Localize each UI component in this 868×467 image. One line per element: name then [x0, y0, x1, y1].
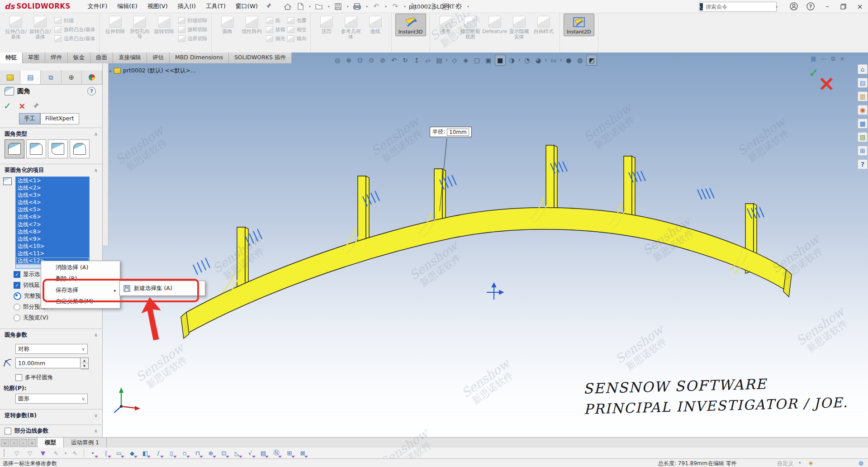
filter-center-marks-icon[interactable]: ⊡: [219, 448, 228, 457]
extrude-cut-button[interactable]: 拉伸切除: [103, 14, 128, 34]
section-items-to-fillet[interactable]: 要圆角化的项目∧: [0, 164, 102, 174]
checkbox-checked-icon[interactable]: ✓: [14, 271, 20, 278]
last-tab-icon[interactable]: »: [28, 439, 36, 447]
filter-funnel-icon[interactable]: ▽: [12, 448, 21, 457]
tab-dimxpert[interactable]: ⊕: [62, 71, 82, 84]
rib-button[interactable]: 筋: [266, 17, 285, 24]
active-filter-icon[interactable]: ▼: [38, 448, 47, 457]
menu-insert[interactable]: 插入(I): [173, 0, 200, 12]
filter-annotations-icon[interactable]: ▤: [259, 448, 268, 457]
tag-icon[interactable]: ◈: [809, 460, 813, 466]
revolve-cut-button[interactable]: 旋转切除: [152, 14, 176, 34]
tab-featuremanager[interactable]: [0, 71, 20, 84]
checkbox-checked-icon[interactable]: ✓: [14, 282, 20, 289]
radio-selected-icon[interactable]: [14, 292, 21, 300]
hole-wizard-button[interactable]: 异型孔向导: [128, 14, 152, 40]
print-caret-icon[interactable]: ▾: [366, 5, 368, 9]
filter-dimensions-icon[interactable]: √: [246, 448, 255, 457]
list-item[interactable]: 边线<6>: [16, 213, 89, 220]
menu-file[interactable]: 文件(F): [83, 0, 112, 12]
linear-pattern-button[interactable]: 线性阵列: [240, 14, 264, 34]
tab-propertymanager[interactable]: ▤: [20, 71, 41, 84]
curves-button[interactable]: 曲线: [363, 14, 388, 34]
radius-callout-value[interactable]: 10mm: [447, 129, 469, 136]
tab-sketch[interactable]: 草图: [23, 52, 45, 63]
menu-item-customize-menu[interactable]: 自定义菜单(M): [41, 296, 120, 307]
wrap-button[interactable]: 包覆: [287, 17, 307, 24]
first-tab-icon[interactable]: «: [1, 439, 9, 447]
list-item[interactable]: 边线<2>: [16, 184, 89, 191]
tab-surfaces[interactable]: 曲面: [90, 52, 113, 63]
panel-help-icon[interactable]: ?: [87, 87, 96, 95]
help-icon[interactable]: ?: [805, 1, 816, 11]
options-list-icon[interactable]: [442, 2, 450, 10]
tab-configurations[interactable]: ⧉: [41, 71, 61, 84]
menu-window[interactable]: 窗口(W): [231, 0, 262, 12]
graphics-viewport[interactable]: ◎ ⊕ ⊡ ⊙ ⊘ ↶ ↻ ↥ ▱ ▤▾ ◇ ◈ ▢ ▣ ■ ◑▾ ◔ ◕▾ ▭…: [0, 52, 868, 437]
expand-icon[interactable]: ∨: [94, 413, 98, 419]
list-item[interactable]: 边线<10>: [16, 243, 89, 250]
tab-mbd-dimensions[interactable]: MBD Dimensions: [170, 52, 229, 63]
keep-visible-pin-icon[interactable]: [33, 102, 39, 110]
filter-blocks-icon[interactable]: ⊠: [298, 448, 307, 457]
status-custom-dropdown[interactable]: 自定义: [777, 460, 793, 467]
toolbar-drag-handle[interactable]: [4, 449, 6, 457]
instant2d-button[interactable]: Instant2D: [564, 14, 594, 36]
ok-button[interactable]: ✓: [4, 100, 11, 111]
filter-axes-icon[interactable]: ∕: [154, 448, 163, 457]
radio-icon[interactable]: [14, 304, 20, 310]
mirror-button[interactable]: 镜向: [287, 35, 307, 42]
new-document-icon[interactable]: [296, 2, 304, 10]
tab-evaluate[interactable]: 评估: [147, 52, 170, 63]
filter-midpoints-icon[interactable]: ⊕: [206, 448, 215, 457]
list-item[interactable]: 边线<4>: [16, 199, 89, 206]
settings-caret-icon[interactable]: ▾: [467, 5, 469, 9]
filter-hatch-icon[interactable]: ⊞: [285, 448, 294, 457]
spinner-down-icon[interactable]: ▼: [81, 363, 88, 369]
multi-radius-option[interactable]: 多半径圆角: [15, 374, 53, 381]
sweep-button[interactable]: 扫描: [54, 17, 95, 24]
cancel-button[interactable]: ×: [19, 101, 26, 111]
globe-icon[interactable]: ◍: [859, 460, 863, 466]
menu-item-clear-selection[interactable]: 消除选择 (A): [41, 262, 120, 273]
save-caret-icon[interactable]: ▾: [347, 5, 349, 9]
menu-item-new-selection-set[interactable]: 新建选择集 (A): [134, 285, 172, 292]
radius-input[interactable]: 10.00mm: [15, 357, 81, 368]
save-icon[interactable]: [334, 2, 342, 10]
checkbox-icon[interactable]: [15, 374, 22, 381]
revolve-boss-button[interactable]: 旋转凸台/基体: [28, 14, 52, 40]
sketch-slider-icon[interactable]: [429, 2, 437, 10]
tangent-propagation-option[interactable]: ✓ 切线延: [14, 281, 40, 289]
select-arrow-icon[interactable]: ⇖: [52, 448, 61, 457]
list-item[interactable]: 边线<5>: [16, 206, 89, 213]
variable-size-fillet-button[interactable]: [26, 139, 46, 158]
collapse-icon[interactable]: ∧: [94, 428, 98, 434]
print-icon[interactable]: [353, 2, 361, 10]
menu-view[interactable]: 视图(V): [143, 0, 172, 12]
show-toolbar-option[interactable]: ✓ 显示选: [14, 271, 40, 278]
custom-caret-icon[interactable]: ▴: [799, 460, 801, 464]
tab-motion-study[interactable]: 运动算例 1: [64, 438, 107, 448]
section-fillet-parameters[interactable]: 圆角参数∧: [0, 329, 102, 339]
list-item[interactable]: 边线<9>: [16, 235, 89, 243]
defeature-button[interactable]: Defeature: [483, 14, 507, 34]
redo-icon[interactable]: ↷: [391, 2, 399, 10]
command-search[interactable]: ›_ ▾: [699, 2, 777, 12]
section-setback-parameters[interactable]: 逆转参数(B)∨: [0, 409, 102, 419]
shell-button[interactable]: 抽壳: [266, 35, 285, 42]
radio-icon[interactable]: [14, 315, 20, 321]
close-window-icon[interactable]: ×: [854, 1, 865, 11]
draft-button[interactable]: 拔模: [266, 26, 285, 33]
prev-tab-icon[interactable]: ‹: [10, 439, 18, 447]
filter-solid-bodies-icon[interactable]: ◧: [141, 448, 150, 457]
boundary-cut-button[interactable]: 边界切除: [178, 35, 208, 42]
tab-sheet-metal[interactable]: 钣金: [68, 52, 90, 63]
filter-surface-bodies-icon[interactable]: ◆: [128, 448, 137, 457]
filter-vertices-icon[interactable]: •: [88, 448, 97, 457]
face-fillet-button[interactable]: [48, 139, 68, 158]
select-caret-icon[interactable]: ▾: [65, 451, 66, 455]
filter-centerline-icon[interactable]: ◺: [232, 448, 242, 457]
collapse-icon[interactable]: ∧: [94, 131, 98, 137]
minimize-window-icon[interactable]: –: [822, 1, 833, 11]
checkbox-icon[interactable]: [5, 428, 11, 434]
